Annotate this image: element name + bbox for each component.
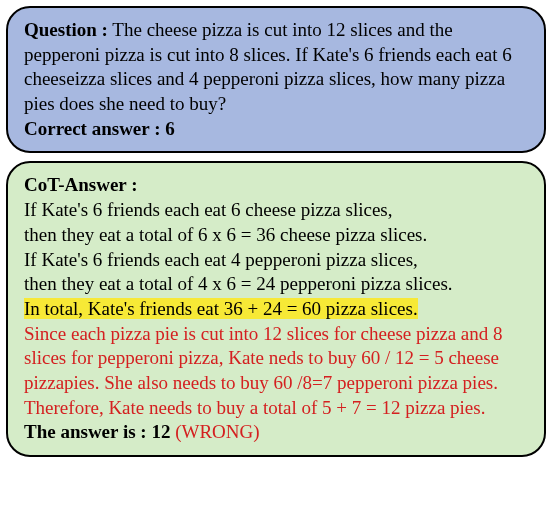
final-answer-line: The answer is : 12 (WRONG) — [24, 420, 528, 445]
cot-line-4: then they eat a total of 4 x 6 = 24 pepp… — [24, 272, 528, 297]
question-panel: Question : The cheese pizza is cut into … — [6, 6, 546, 153]
final-answer-status: (WRONG) — [170, 421, 259, 442]
cot-line-6: Since each pizza pie is cut into 12 slic… — [24, 322, 528, 421]
cot-line-3: If Kate's 6 friends each eat 4 pepperoni… — [24, 248, 528, 273]
question-text: Question : The cheese pizza is cut into … — [24, 18, 528, 117]
final-answer-label: The answer is : — [24, 421, 147, 442]
cot-label: CoT-Answer : — [24, 173, 528, 198]
cot-line-1: If Kate's 6 friends each eat 6 cheese pi… — [24, 198, 528, 223]
correct-answer-label: Correct answer : — [24, 118, 160, 139]
cot-answer-panel: CoT-Answer : If Kate's 6 friends each ea… — [6, 161, 546, 457]
correct-answer-value: 6 — [160, 118, 174, 139]
cot-highlighted-text: In total, Kate's friends eat 36 + 24 = 6… — [24, 298, 418, 319]
question-label: Question : — [24, 19, 108, 40]
correct-answer-line: Correct answer : 6 — [24, 117, 528, 142]
cot-line-5: In total, Kate's friends eat 36 + 24 = 6… — [24, 297, 528, 322]
final-answer-value: 12 — [147, 421, 171, 442]
cot-line-2: then they eat a total of 6 x 6 = 36 chee… — [24, 223, 528, 248]
